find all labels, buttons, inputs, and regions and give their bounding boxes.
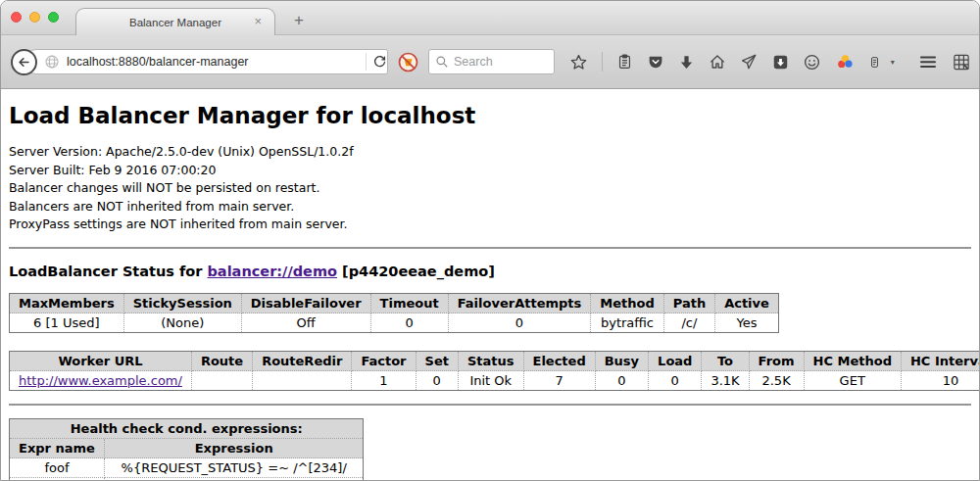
failoverattempts-value: 0 (449, 313, 592, 332)
from-value: 2.5K (750, 371, 805, 390)
col-disablefailover: DisableFailover (242, 294, 371, 313)
url-bar[interactable]: localhost:8880/balancer-manager (24, 49, 388, 74)
col-method: Method (591, 294, 663, 313)
worker-url-cell: http://www.example.com/ (10, 371, 192, 390)
persist-notice-line: Balancer changes will NOT be persisted o… (9, 179, 971, 198)
balancer-demo-link[interactable]: balancer://demo (207, 264, 337, 279)
minimize-window-button[interactable] (29, 12, 40, 23)
browser-window: Balancer Manager × + localhost:8880/bala… (0, 0, 980, 481)
col-active: Active (715, 294, 778, 313)
hc-method-value: GET (805, 371, 902, 390)
video-download-icon[interactable] (772, 54, 789, 71)
worker-url-link[interactable]: http://www.example.com/ (19, 373, 182, 388)
active-value: Yes (715, 313, 778, 332)
back-button[interactable] (11, 49, 37, 75)
title-bar: Balancer Manager × + (1, 1, 979, 35)
traffic-lights (11, 12, 59, 23)
col-path: Path (664, 294, 715, 313)
pocket-icon[interactable] (647, 54, 664, 71)
hamburger-menu-icon[interactable] (918, 54, 938, 70)
send-page-icon[interactable] (740, 53, 758, 71)
search-bar[interactable]: Search (428, 49, 555, 74)
section-divider (9, 247, 971, 249)
page-title: Load Balancer Manager for localhost (9, 103, 971, 128)
content-blocker-icon[interactable] (397, 51, 419, 73)
server-version-line: Server Version: Apache/2.5.0-dev (Unix) … (9, 143, 971, 162)
factor-value: 1 (352, 371, 416, 390)
disablefailover-value: Off (242, 313, 371, 332)
col-elected: Elected (524, 352, 596, 371)
col-load: Load (649, 352, 702, 371)
table-header-row: Worker URL Route RouteRedir Factor Set S… (10, 352, 979, 371)
reload-icon[interactable] (372, 55, 387, 70)
bookmark-star-icon[interactable] (569, 53, 588, 72)
page-content: Load Balancer Manager for localhost Serv… (1, 89, 979, 481)
maxmembers-value: 6 [1 Used] (10, 313, 124, 332)
toolbar-separator (602, 52, 603, 72)
table-title-row: Health check cond. expressions: (10, 419, 363, 439)
smiley-chat-icon[interactable] (803, 53, 821, 72)
to-value: 3.1K (702, 371, 749, 390)
urlbar-divider (366, 53, 367, 71)
col-from: From (750, 352, 805, 371)
table-header-row: Expr name Expression (10, 439, 363, 458)
stickysession-value: (None) (124, 313, 242, 332)
table-row: 6 [1 Used] (None) Off 0 0 bytraffic /c/ … (10, 313, 778, 332)
heading-suffix: [p4420eeae_demo] (337, 264, 495, 279)
navigation-toolbar: localhost:8880/balancer-manager Search (1, 35, 979, 89)
search-placeholder: Search (454, 55, 493, 69)
back-arrow-icon (17, 55, 31, 70)
battery-panel-icon[interactable] (868, 53, 881, 72)
site-identity-globe-icon[interactable] (44, 54, 60, 70)
col-routeredir: RouteRedir (253, 352, 352, 371)
load-value: 0 (649, 371, 702, 390)
col-hc-interval: HC Interval (902, 352, 979, 371)
col-factor: Factor (352, 352, 416, 371)
hc-interval-value: 10 (902, 371, 979, 390)
heading-prefix: LoadBalancer Status for (9, 264, 207, 279)
col-worker-url: Worker URL (10, 352, 192, 371)
set-value: 0 (416, 371, 459, 390)
path-value: /c/ (664, 313, 715, 332)
zoom-window-button[interactable] (48, 12, 59, 23)
tab-close-icon[interactable]: × (254, 15, 262, 28)
health-check-title: Health check cond. expressions: (10, 419, 363, 439)
proxypass-notice-line: ProxyPass settings are NOT inherited fro… (9, 216, 971, 234)
close-window-button[interactable] (11, 12, 22, 23)
col-failoverattempts: FailoverAttempts (449, 294, 592, 313)
menu-group (918, 53, 971, 72)
section-divider (9, 404, 971, 406)
tab-balancer-manager[interactable]: Balancer Manager × (75, 8, 275, 35)
route-value (192, 371, 253, 390)
col-route: Route (192, 352, 253, 371)
reading-list-clipboard-icon[interactable] (616, 53, 633, 71)
table-row: http://www.example.com/ 1 0 Init Ok 7 0 … (10, 371, 979, 390)
chevron-down-icon[interactable]: ▾ (891, 58, 895, 67)
toolbar-icons: ▾ (569, 52, 971, 72)
search-icon (435, 55, 449, 69)
col-stickysession: StickySession (124, 294, 242, 313)
colored-dots-extension-icon[interactable] (835, 53, 855, 72)
routeredir-value (253, 371, 352, 390)
worker-table: Worker URL Route RouteRedir Factor Set S… (9, 351, 979, 391)
col-status: Status (459, 352, 524, 371)
col-to: To (702, 352, 749, 371)
inherit-notice-line: Balancers are NOT inherited from main se… (9, 198, 971, 216)
timeout-value: 0 (371, 313, 449, 332)
home-icon[interactable] (709, 53, 726, 71)
col-timeout: Timeout (371, 294, 449, 313)
col-expression: Expression (105, 439, 364, 458)
table-row: foof %{REQUEST_STATUS} =~ /^[234]/ (10, 458, 363, 478)
status-value: Init Ok (459, 371, 524, 390)
balancer-summary-table: MaxMembers StickySession DisableFailover… (9, 293, 779, 333)
col-hc-method: HC Method (805, 352, 902, 371)
tab-title: Balancer Manager (129, 17, 221, 28)
url-text[interactable]: localhost:8880/balancer-manager (67, 55, 360, 69)
busy-value: 0 (596, 371, 649, 390)
new-tab-button[interactable]: + (287, 11, 311, 30)
col-expr-name: Expr name (10, 439, 105, 458)
expression-value: %{REQUEST_STATUS} =~ /^[234]/ (105, 458, 364, 478)
downloads-arrow-icon[interactable] (678, 54, 695, 71)
table-grid-icon[interactable] (952, 53, 971, 72)
col-busy: Busy (596, 352, 649, 371)
